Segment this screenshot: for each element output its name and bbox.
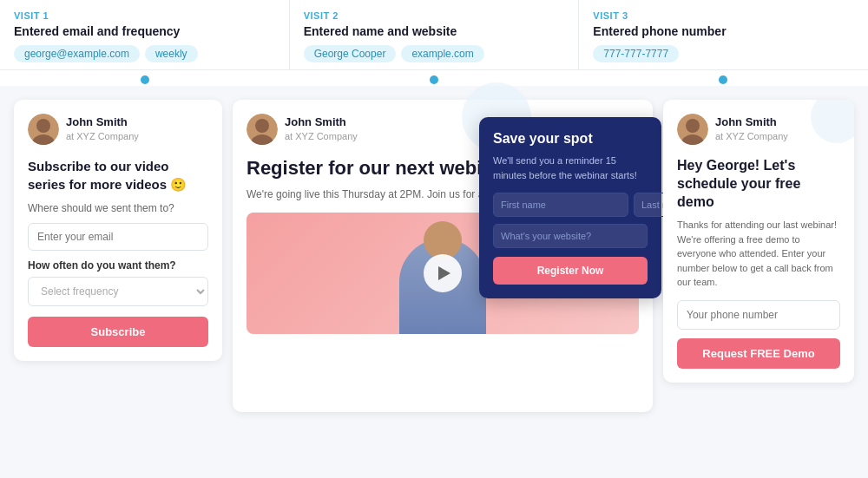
visit-2-tags: George Cooper example.com <box>304 45 565 62</box>
subscribe-card: John Smith at XYZ Company Subscribe to o… <box>14 100 222 361</box>
visit-2-tag-0: George Cooper <box>304 45 397 62</box>
svg-point-7 <box>686 119 700 133</box>
visit-3-tag-0: 777-777-7777 <box>593 45 679 62</box>
visit-2-col: VISIT 2 Entered name and website George … <box>290 0 580 69</box>
dot-3 <box>719 75 727 84</box>
popup-title: Save your spot <box>493 131 648 147</box>
visit-1-tag-0: george@example.com <box>14 45 140 62</box>
visit-1-tags: george@example.com weekly <box>14 45 275 62</box>
card-3-sender-company: at XYZ Company <box>715 130 788 142</box>
avatar-3-img <box>677 114 708 145</box>
visit-3-col: VISIT 3 Entered phone number 777-777-777… <box>579 0 868 69</box>
visit-3-title: Entered phone number <box>593 24 854 38</box>
register-popup: Save your spot We'll send you a reminder… <box>479 117 661 298</box>
timeline-dots <box>0 70 868 86</box>
dot-2 <box>430 75 438 84</box>
visit-3-label: VISIT 3 <box>593 10 854 21</box>
dot-1 <box>141 75 149 84</box>
dot-col-3 <box>579 75 868 84</box>
visit-1-label: VISIT 1 <box>14 10 275 21</box>
dot-col-2 <box>289 75 578 84</box>
svg-point-1 <box>36 119 50 133</box>
register-now-button[interactable]: Register Now <box>493 257 648 285</box>
avatar-3 <box>677 114 708 145</box>
request-demo-button[interactable]: Request FREE Demo <box>677 338 840 369</box>
popup-desc: We'll send you a reminder 15 minutes bef… <box>493 154 648 182</box>
avatar-2-img <box>247 114 278 145</box>
avatar-2 <box>247 114 278 145</box>
visit-1-title: Entered email and frequency <box>14 24 275 38</box>
timeline-header: VISIT 1 Entered email and frequency geor… <box>0 0 868 70</box>
webinar-card: John Smith at XYZ Company Register for o… <box>233 100 653 412</box>
card-1-sender-company: at XYZ Company <box>66 130 139 142</box>
popup-name-row <box>493 193 648 217</box>
card-3-title: Hey George! Let's schedule your free dem… <box>677 157 840 211</box>
visit-3-tags: 777-777-7777 <box>593 45 854 62</box>
card-1-sender-name: John Smith <box>66 115 139 130</box>
card-2-sender-company: at XYZ Company <box>285 130 358 142</box>
card-1-sender-info: John Smith at XYZ Company <box>66 115 139 142</box>
svg-point-4 <box>255 119 269 133</box>
card-1-title: Subscribe to our video series for more v… <box>28 157 208 193</box>
card-1-header: John Smith at XYZ Company <box>28 114 208 145</box>
popup-website-input[interactable] <box>493 224 648 248</box>
visit-1-tag-1: weekly <box>145 45 198 62</box>
visit-2-tag-1: example.com <box>401 45 483 62</box>
card-3-sender-info: John Smith at XYZ Company <box>715 115 788 142</box>
card-2-sender-info: John Smith at XYZ Company <box>285 115 358 142</box>
card-3-desc: Thanks for attending our last webinar! W… <box>677 218 840 290</box>
visit-2-title: Entered name and website <box>304 24 565 38</box>
dot-col-1 <box>0 75 289 84</box>
demo-card: John Smith at XYZ Company Hey George! Le… <box>663 100 854 383</box>
frequency-label: How often do you want them? <box>28 259 208 272</box>
card-1-subtitle: Where should we sent them to? <box>28 202 208 214</box>
frequency-select[interactable]: Select frequency Daily Weekly Monthly <box>28 277 208 306</box>
email-input[interactable] <box>28 223 208 251</box>
phone-input[interactable] <box>677 300 840 330</box>
card-2-sender-name: John Smith <box>285 115 358 130</box>
avatar-1-img <box>28 114 59 145</box>
play-icon <box>438 266 450 280</box>
card-3-sender-name: John Smith <box>715 115 788 130</box>
popup-firstname-input[interactable] <box>493 193 628 217</box>
subscribe-button[interactable]: Subscribe <box>28 317 208 347</box>
visit-1-col: VISIT 1 Entered email and frequency geor… <box>0 0 290 69</box>
visit-2-label: VISIT 2 <box>304 10 565 21</box>
cards-area: John Smith at XYZ Company Subscribe to o… <box>0 86 868 426</box>
avatar-1 <box>28 114 59 145</box>
